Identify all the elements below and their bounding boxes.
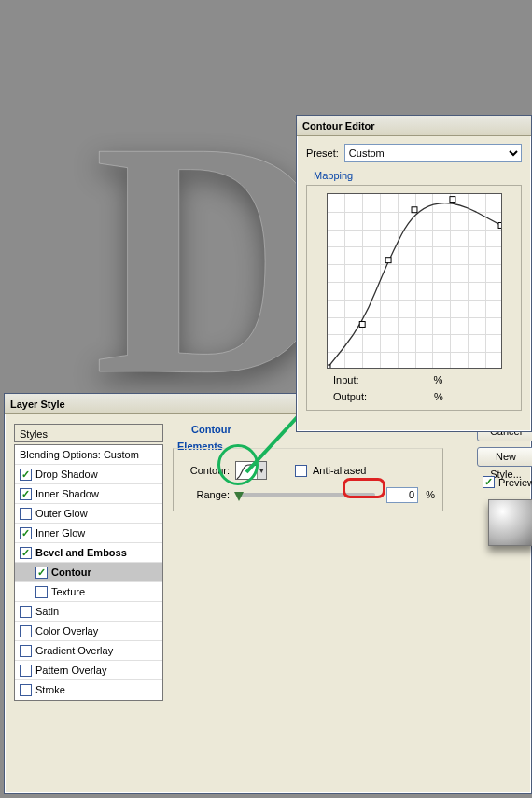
style-label: Inner Shadow — [35, 484, 99, 504]
contour-swatch[interactable] — [235, 461, 267, 480]
style-label: Gradient Overlay — [35, 641, 113, 661]
style-checkbox[interactable] — [20, 684, 32, 696]
contour-curve-icon — [236, 462, 257, 481]
curve-anchor[interactable] — [449, 197, 455, 203]
range-pct: % — [426, 489, 435, 500]
styles-header[interactable]: Styles — [14, 424, 163, 442]
anti-aliased-checkbox[interactable] — [295, 465, 307, 477]
style-label: Inner Glow — [35, 524, 85, 543]
style-row-satin[interactable]: Satin — [15, 602, 162, 622]
style-row-bevel-and-emboss[interactable]: Bevel and Emboss — [15, 543, 162, 563]
style-label: Contour — [51, 563, 91, 582]
range-slider-thumb[interactable] — [234, 492, 244, 501]
style-row-inner-shadow[interactable]: Inner Shadow — [15, 484, 162, 504]
curve-anchor[interactable] — [385, 258, 391, 263]
style-label: Color Overlay — [35, 622, 98, 641]
style-row-texture[interactable]: Texture — [15, 582, 162, 602]
style-label: Pattern Overlay — [35, 661, 106, 680]
output-pct: % — [434, 391, 443, 402]
style-label: Stroke — [35, 680, 65, 700]
input-pct: % — [434, 374, 443, 385]
contour-editor-titlebar[interactable]: Contour Editor — [297, 116, 531, 136]
style-checkbox[interactable] — [20, 508, 32, 520]
style-row-drop-shadow[interactable]: Drop Shadow — [15, 465, 162, 484]
style-label: Bevel and Emboss — [35, 543, 127, 563]
curve-anchor[interactable] — [412, 207, 417, 213]
input-label: Input: — [333, 374, 359, 385]
anti-aliased-label: Anti-aliased — [313, 465, 366, 476]
styles-column: Styles Blending Options: Custom Drop Sha… — [14, 424, 163, 701]
preview-swatch — [488, 499, 532, 546]
style-checkbox[interactable] — [20, 469, 32, 481]
range-input[interactable] — [386, 487, 418, 503]
range-slider[interactable] — [239, 493, 375, 497]
style-label: Outer Glow — [35, 504, 88, 524]
style-checkbox[interactable] — [35, 567, 48, 579]
mapping-curve[interactable] — [328, 194, 501, 368]
range-label: Range: — [181, 489, 230, 500]
contour-label: Contour: — [181, 465, 230, 476]
style-checkbox[interactable] — [20, 527, 32, 539]
preset-select[interactable]: Custom — [344, 144, 522, 162]
contour-title: Contour — [191, 424, 231, 435]
style-checkbox[interactable] — [35, 586, 48, 598]
style-row-gradient-overlay[interactable]: Gradient Overlay — [15, 641, 162, 661]
style-row-stroke[interactable]: Stroke — [15, 680, 162, 700]
style-label: Drop Shadow — [35, 465, 98, 484]
mapping-title: Mapping — [314, 170, 353, 181]
contour-panel: Contour Elements Contour: Anti-aliased — [173, 424, 522, 701]
style-row-outer-glow[interactable]: Outer Glow — [15, 504, 162, 524]
preview-label: Preview — [498, 477, 532, 488]
style-row-inner-glow[interactable]: Inner Glow — [15, 524, 162, 543]
style-row-pattern-overlay[interactable]: Pattern Overlay — [15, 661, 162, 680]
style-label: Texture — [51, 582, 85, 602]
style-row-contour[interactable]: Contour — [15, 563, 162, 582]
curve-anchor[interactable] — [328, 365, 330, 368]
style-checkbox[interactable] — [20, 625, 32, 637]
preset-label: Preset: — [306, 147, 339, 159]
blending-options-row[interactable]: Blending Options: Custom — [15, 445, 162, 465]
curve-anchor[interactable] — [498, 223, 501, 229]
style-label: Satin — [35, 602, 59, 622]
layer-style-window: Layer Style Styles Blending Options: Cus… — [4, 393, 532, 794]
contour-dropdown[interactable] — [257, 462, 266, 479]
preview-checkbox[interactable] — [483, 476, 495, 488]
new-style-button[interactable]: New Style... — [477, 447, 532, 467]
output-label: Output: — [333, 391, 367, 402]
style-checkbox[interactable] — [20, 488, 32, 500]
style-checkbox[interactable] — [20, 547, 32, 559]
mapping-group: Input: % Output: % — [306, 185, 522, 411]
curve-anchor[interactable] — [359, 322, 365, 328]
right-button-column: Cancel New Style... Preview — [477, 422, 532, 546]
style-checkbox[interactable] — [20, 606, 32, 618]
mapping-grid[interactable] — [327, 193, 502, 369]
style-checkbox[interactable] — [20, 645, 32, 657]
styles-list: Blending Options: Custom Drop ShadowInne… — [14, 444, 163, 701]
style-row-color-overlay[interactable]: Color Overlay — [15, 622, 162, 641]
style-checkbox[interactable] — [20, 665, 32, 677]
contour-editor-window: Contour Editor Preset: Custom Mapping — [296, 115, 532, 432]
